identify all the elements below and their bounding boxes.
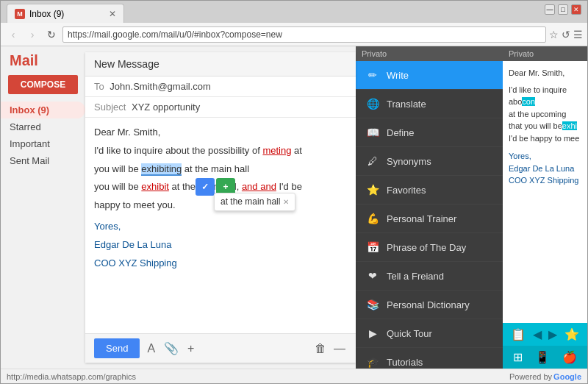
sidebar-important-label: Important — [10, 138, 50, 149]
word-popup: at the main hall ✕ — [214, 193, 295, 211]
content-area: Mail COMPOSE Inbox (9) Starred Important… — [1, 46, 587, 369]
sidebar-inbox-label: Inbox (9) — [10, 104, 49, 115]
menu-item-personal-trainer[interactable]: 💪 Personal Trainer — [356, 205, 503, 233]
preview-line1: I'd like to inquire abocon — [509, 84, 581, 108]
menu-item-synonyms[interactable]: 🖊 Synonyms — [356, 147, 503, 176]
word-popup-close-btn[interactable]: ✕ — [283, 196, 289, 208]
rp-back-icon[interactable]: ◀ — [533, 327, 542, 341]
url-input[interactable] — [62, 26, 546, 43]
forward-btn[interactable]: › — [24, 26, 40, 43]
reload-btn[interactable]: ↻ — [43, 26, 60, 43]
attach-icon[interactable]: 📎 — [162, 340, 180, 357]
rp-star-icon[interactable]: ⭐ — [564, 327, 579, 341]
menu-item-tell-friend[interactable]: ❤ Tell a Freiand — [356, 262, 503, 291]
tab-label: Inbox (9) — [29, 9, 64, 19]
gmail-logo: Mail — [1, 52, 85, 75]
menu-label-phrase: Phrase of The Day — [387, 242, 466, 253]
synonyms-icon: 🖊 — [366, 154, 379, 168]
status-bar: http://media.whatsapp.com/graphics Power… — [1, 369, 587, 383]
sidebar-item-sent[interactable]: Sent Mail — [1, 152, 85, 169]
word-popup-text: at the main hall — [220, 195, 280, 209]
format-icon[interactable]: A — [146, 341, 157, 357]
menu-label-favorites: Favorites — [387, 185, 426, 196]
address-bar-icons: ☆ ↺ ☰ — [549, 29, 583, 40]
plugin-panel: Privato ✏ Write 🌐 Translate 📖 Define 🖊 S… — [356, 46, 503, 369]
plugin-menu: ✏ Write 🌐 Translate 📖 Define 🖊 Synonyms … — [356, 61, 503, 369]
menu-item-quick-tour[interactable]: ▶ Quick Tour — [356, 319, 503, 348]
menu-item-phrase-of-day[interactable]: 📅 Phrase of The Day — [356, 233, 503, 262]
compose-subject-field: Subject XYZ opportunity — [85, 97, 356, 118]
status-url: http://media.whatsapp.com/graphics — [7, 372, 136, 381]
compose-button[interactable]: COMPOSE — [8, 75, 78, 94]
right-panel: Privato Dear Mr. Smith, I'd like to inqu… — [503, 46, 587, 369]
menu-item-define[interactable]: 📖 Define — [356, 118, 503, 147]
menu-item-dictionary[interactable]: 📚 Personal Dictionary — [356, 291, 503, 319]
accept-btn[interactable]: ✓ — [196, 178, 215, 196]
define-icon: 📖 — [366, 126, 379, 139]
menu-label-define: Define — [387, 127, 415, 138]
preview-highlight2: exhi — [562, 121, 577, 130]
rp-sig1: Yores, — [509, 150, 581, 163]
rp-copy-icon[interactable]: 📋 — [511, 327, 526, 341]
phrase-icon: 📅 — [366, 241, 379, 254]
refresh-icon[interactable]: ↺ — [562, 29, 570, 40]
sig-line3: COO XYZ Shipping — [94, 256, 347, 271]
favorites-icon: ⭐ — [366, 183, 379, 196]
rpb-grid-icon[interactable]: ⊞ — [513, 350, 523, 364]
window-controls: — □ ✕ — [545, 4, 581, 15]
to-value[interactable]: John.Smith@gmail.com — [110, 81, 210, 92]
browser-frame: M Inbox (9) ✕ — □ ✕ ‹ › ↻ ☆ ↺ ☰ Mail COM… — [0, 0, 588, 384]
rp-sig2: Edgar De La Luna — [509, 163, 581, 175]
star-icon[interactable]: ☆ — [549, 29, 559, 40]
repeated-word-and: and and — [242, 181, 276, 192]
tab-close-btn[interactable]: ✕ — [109, 9, 116, 19]
sidebar-starred-label: Starred — [10, 121, 41, 132]
preview-text3: that you will be — [509, 121, 562, 130]
maximize-btn[interactable]: □ — [558, 4, 568, 15]
close-btn[interactable]: ✕ — [571, 4, 581, 15]
subject-value[interactable]: XYZ opportunity — [132, 102, 200, 113]
translate-icon: 🌐 — [366, 97, 379, 110]
dictionary-icon: 📚 — [366, 298, 379, 311]
to-label: To — [94, 81, 104, 92]
rpb-android-icon[interactable]: 📱 — [535, 350, 550, 364]
menu-label-trainer: Personal Trainer — [387, 213, 456, 224]
menu-item-write[interactable]: ✏ Write — [356, 61, 503, 90]
misspelled-word-meting: meting — [262, 145, 291, 156]
sidebar-sent-label: Sent Mail — [10, 155, 49, 166]
tutorials-icon: 🎓 — [366, 355, 379, 369]
compose-to-field: To John.Smith@gmail.com — [85, 77, 356, 97]
body-greeting: Dear Mr. Smith, — [94, 125, 347, 141]
plugin-header: Privato — [356, 46, 503, 61]
menu-icon[interactable]: ☰ — [573, 29, 583, 40]
friend-icon: ❤ — [366, 269, 379, 282]
back-btn[interactable]: ‹ — [5, 26, 21, 43]
trainer-icon: 💪 — [366, 212, 379, 225]
rpb-apple-icon[interactable]: 🍎 — [562, 350, 577, 364]
compose-header: New Message — [85, 52, 356, 77]
sidebar-item-starred[interactable]: Starred — [1, 118, 85, 135]
send-button[interactable]: Send — [94, 338, 140, 358]
preview-text2: at the upcoming — [509, 110, 566, 118]
minimize-compose-icon[interactable]: — — [332, 341, 347, 357]
menu-item-favorites[interactable]: ⭐ Favorites — [356, 176, 503, 205]
sidebar-item-inbox[interactable]: Inbox (9) — [1, 102, 85, 118]
more-icon[interactable]: + — [186, 341, 196, 357]
right-panel-top-icons: 📋 ◀ ▶ ⭐ — [503, 323, 587, 346]
menu-item-tutorials[interactable]: 🎓 Tutorials — [356, 348, 503, 369]
email-compose: New Message To John.Smith@gmail.com Subj… — [85, 52, 356, 363]
minimize-btn[interactable]: — — [545, 4, 555, 15]
rp-forward-icon[interactable]: ▶ — [548, 327, 557, 341]
right-panel-bottom-icons: ⊞ 📱 🍎 — [503, 346, 587, 369]
menu-item-translate[interactable]: 🌐 Translate — [356, 90, 503, 118]
browser-tab[interactable]: M Inbox (9) ✕ — [7, 4, 124, 23]
powered-by: Powered by Google — [509, 372, 581, 381]
compose-body[interactable]: Dear Mr. Smith, I'd like to inquire abou… — [85, 118, 356, 333]
body-line1: I'd like to inquire about the possibilit… — [94, 143, 347, 159]
preview-highlight1: con — [522, 97, 535, 106]
sig-line1: Yores, — [94, 219, 347, 235]
right-panel-content: Dear Mr. Smith, I'd like to inquire aboc… — [503, 61, 587, 323]
sidebar-item-important[interactable]: Important — [1, 135, 85, 152]
rp-sig3: COO XYZ Shipping — [509, 174, 581, 187]
delete-icon[interactable]: 🗑 — [315, 342, 326, 355]
